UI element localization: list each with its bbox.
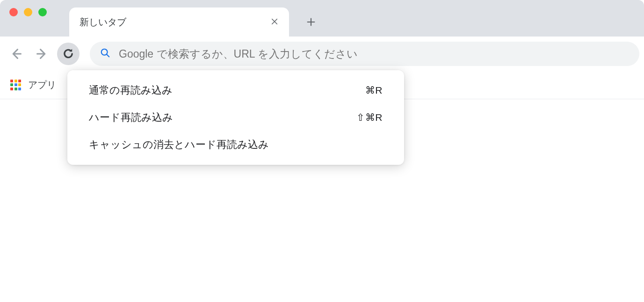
window-controls (0, 0, 47, 37)
new-tab-button[interactable] (299, 10, 323, 34)
address-input[interactable] (119, 48, 629, 60)
browser-tab[interactable]: 新しいタブ (69, 7, 289, 37)
titlebar: 新しいタブ (0, 0, 644, 37)
apps-label[interactable]: アプリ (28, 79, 56, 91)
window-maximize-button[interactable] (38, 8, 47, 16)
window-minimize-button[interactable] (24, 8, 32, 16)
close-tab-icon[interactable] (268, 14, 281, 30)
menu-item-shortcut: ⇧⌘R (356, 112, 383, 123)
back-button[interactable] (5, 43, 27, 65)
menu-item-empty-cache-hard-reload[interactable]: キャッシュの消去とハード再読み込み (67, 131, 404, 158)
menu-item-label: ハード再読み込み (89, 110, 173, 125)
omnibox[interactable] (90, 42, 639, 66)
navigation-toolbar (0, 37, 644, 71)
reload-button[interactable] (57, 43, 80, 65)
search-icon (100, 48, 110, 60)
reload-context-menu: 通常の再読み込み ⌘R ハード再読み込み ⇧⌘R キャッシュの消去とハード再読み… (67, 70, 404, 165)
tab-title: 新しいタブ (80, 16, 268, 29)
menu-item-label: キャッシュの消去とハード再読み込み (89, 138, 269, 152)
menu-item-hard-reload[interactable]: ハード再読み込み ⇧⌘R (67, 104, 404, 131)
menu-item-label: 通常の再読み込み (89, 83, 173, 97)
menu-item-shortcut: ⌘R (365, 85, 383, 96)
forward-button[interactable] (31, 43, 53, 65)
window-close-button[interactable] (9, 8, 18, 16)
apps-icon[interactable] (10, 80, 22, 91)
menu-item-normal-reload[interactable]: 通常の再読み込み ⌘R (67, 77, 404, 104)
